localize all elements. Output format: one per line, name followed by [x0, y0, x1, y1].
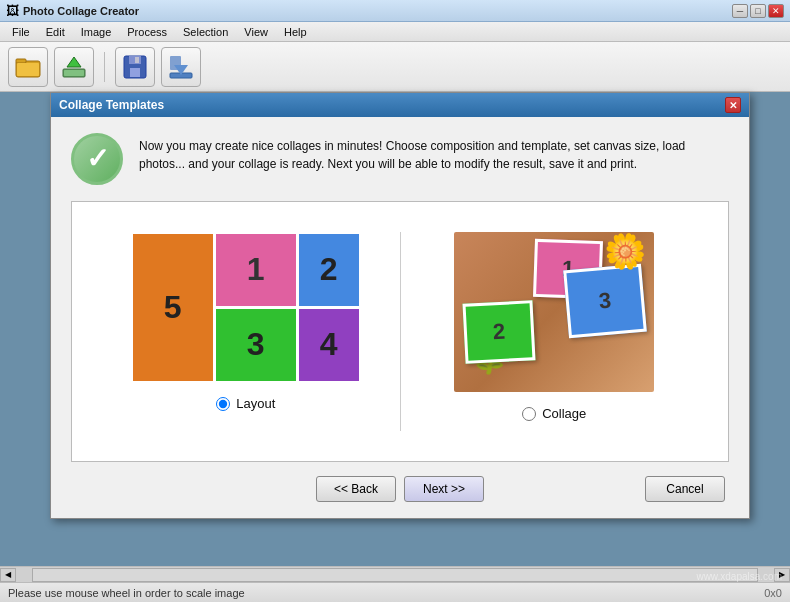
toolbar [0, 42, 790, 92]
layout-cell-5: 5 [133, 234, 213, 381]
layout-cell-4: 4 [299, 309, 359, 381]
upload-icon [60, 53, 88, 81]
back-button[interactable]: << Back [316, 476, 396, 502]
download-icon [167, 53, 195, 81]
toolbar-save-button[interactable] [115, 47, 155, 87]
app-title: Photo Collage Creator [23, 5, 139, 17]
menu-selection[interactable]: Selection [175, 24, 236, 40]
layout-graphic: 1 2 5 3 4 [146, 232, 346, 382]
collage-radio-input[interactable] [522, 407, 536, 421]
button-group-right: Cancel [484, 476, 725, 502]
collage-label-text: Collage [542, 406, 586, 421]
scrollbar-area: ◀ ▶ [0, 566, 790, 582]
layout-cell-3: 3 [216, 309, 296, 381]
collage-option[interactable]: 🌻 2 1 3 🌼 Collage [401, 222, 709, 441]
svg-rect-2 [17, 63, 39, 76]
layout-cell-2: 2 [299, 234, 359, 306]
layout-label-text: Layout [236, 396, 275, 411]
toolbar-separator [104, 52, 105, 82]
button-group-center: << Back Next >> [316, 476, 484, 502]
status-text: Please use mouse wheel in order to scale… [8, 587, 245, 599]
checkmark-circle: ✓ [71, 133, 123, 185]
menu-image[interactable]: Image [73, 24, 120, 40]
cancel-button[interactable]: Cancel [645, 476, 725, 502]
watermark: www.xdapalsa.com [696, 571, 782, 582]
layout-option[interactable]: 1 2 5 3 4 Layout [92, 222, 400, 441]
menu-process[interactable]: Process [119, 24, 175, 40]
maximize-button[interactable]: □ [750, 4, 766, 18]
menu-view[interactable]: View [236, 24, 276, 40]
info-section: ✓ Now you may create nice collages in mi… [71, 133, 729, 185]
toolbar-upload-button[interactable] [54, 47, 94, 87]
collage-photo-3: 3 [563, 264, 647, 339]
info-icon-container: ✓ [71, 133, 123, 185]
menu-help[interactable]: Help [276, 24, 315, 40]
collage-graphic: 🌻 2 1 3 🌼 [454, 232, 654, 392]
folder-icon [14, 53, 42, 81]
coordinates-text: 0x0 [764, 587, 782, 599]
info-text: Now you may create nice collages in minu… [139, 133, 729, 173]
svg-rect-1 [16, 59, 26, 63]
dialog-content: ✓ Now you may create nice collages in mi… [51, 117, 749, 518]
close-button[interactable]: ✕ [768, 4, 784, 18]
layout-radio-label[interactable]: Layout [216, 396, 275, 411]
window-controls: ─ □ ✕ [732, 4, 784, 18]
scroll-track[interactable] [32, 568, 758, 582]
svg-rect-8 [130, 68, 140, 77]
collage-radio-label[interactable]: Collage [522, 406, 586, 421]
layout-radio-input[interactable] [216, 397, 230, 411]
template-selection-area: 1 2 5 3 4 Layout [71, 201, 729, 462]
button-row: << Back Next >> Cancel [71, 476, 729, 502]
menu-file[interactable]: File [4, 24, 38, 40]
scroll-left-button[interactable]: ◀ [0, 568, 16, 582]
dialog-title-bar: Collage Templates ✕ [51, 93, 749, 117]
dialog-close-button[interactable]: ✕ [725, 97, 741, 113]
collage-templates-dialog: Collage Templates ✕ ✓ Now you may create… [50, 92, 750, 519]
menu-bar: File Edit Image Process Selection View H… [0, 22, 790, 42]
toolbar-open-button[interactable] [8, 47, 48, 87]
app-icon: 🖼 [6, 3, 19, 18]
layout-cell-1: 1 [216, 234, 296, 306]
toolbar-download-button[interactable] [161, 47, 201, 87]
dialog-title: Collage Templates [59, 98, 164, 112]
next-button[interactable]: Next >> [404, 476, 484, 502]
minimize-button[interactable]: ─ [732, 4, 748, 18]
sunflower-top-right-icon: 🌼 [604, 234, 644, 274]
collage-photo-2: 2 [463, 300, 536, 364]
svg-marker-4 [67, 57, 81, 67]
checkmark-icon: ✓ [86, 145, 109, 173]
svg-rect-5 [64, 70, 84, 76]
svg-rect-9 [135, 57, 139, 63]
status-bar: Please use mouse wheel in order to scale… [0, 582, 790, 602]
title-bar: 🖼 Photo Collage Creator ─ □ ✕ [0, 0, 790, 22]
menu-edit[interactable]: Edit [38, 24, 73, 40]
save-icon [121, 53, 149, 81]
